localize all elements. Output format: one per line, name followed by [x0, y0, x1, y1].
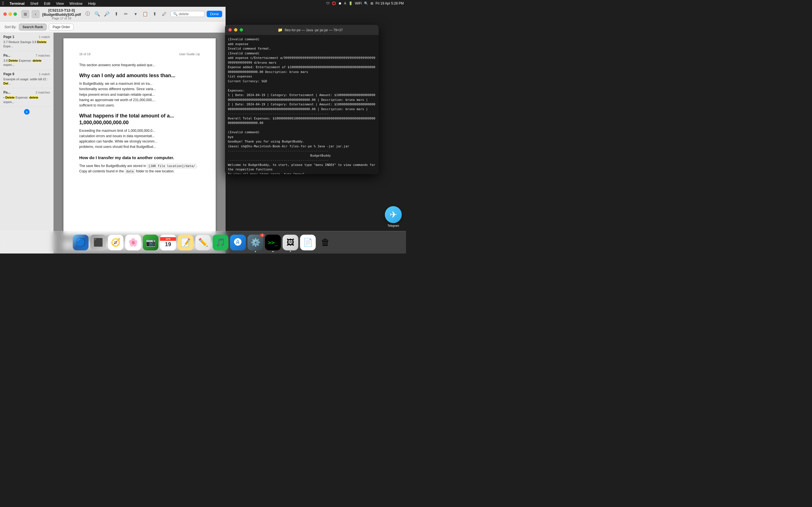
terminal-maximize-btn[interactable] [240, 28, 243, 32]
preview-dot [290, 251, 291, 252]
sysprefs-icon: ⚙️ [251, 238, 260, 247]
dock-item-launchpad[interactable]: ⬛ [90, 235, 106, 250]
dock-item-textedit[interactable]: 📄 [300, 235, 316, 250]
sidebar-result-3[interactable]: Page 9 1 match Example of usage: settle … [0, 70, 53, 89]
dock-item-trash[interactable]: 🗑 [317, 235, 333, 250]
trash-icon: 🗑 [321, 237, 330, 247]
menubar-window[interactable]: Window [67, 0, 85, 7]
telegram-app[interactable]: ✈ Telegram [384, 206, 403, 229]
term-line-10: Expenses: [228, 89, 376, 93]
term-line-3: Invalid command format. [228, 47, 376, 51]
menubar-wifi-icon: WiFi [355, 1, 362, 5]
dock-item-terminal[interactable]: >>_ [265, 235, 281, 250]
menubar:  Terminal Shell Edit View Window Help 🛡… [0, 0, 406, 7]
menubar-lastpass-icon: ⭕ [332, 1, 336, 5]
pdf-maximize-btn[interactable] [13, 12, 17, 16]
menubar-help[interactable]: Help [86, 0, 98, 7]
pdf-title-area: [CS2113-T12-3][BudgetBuddy]UG.pdf Page 1… [42, 8, 82, 20]
term-line-21: BudgetBuddy [228, 154, 376, 158]
pdf-para-1: In BudgetBuddy, we set a maximum limit o… [79, 81, 200, 108]
pdf-bookmark-btn[interactable]: ⬆ [151, 10, 159, 18]
pdf-close-btn[interactable] [3, 12, 7, 16]
pdf-page-content: 16 of 19 User Guide | tp This section an… [63, 38, 216, 235]
dock-item-spotify[interactable]: 🎵 [213, 235, 229, 250]
terminal-title: 📁 files-for-pe — Java -jar jar.jar — 79×… [245, 27, 375, 32]
term-line-2: add expense [228, 42, 376, 47]
pdf-pen-btn[interactable]: 🖊 [160, 10, 168, 18]
pdf-heading-3: How do I transfer my data to another com… [79, 154, 200, 161]
pdf-toolbar-icons: ⓘ 🔍 🔎 ⬆ ✏ ▾ 📋 ⬆ 🖊 [84, 10, 168, 18]
dock-item-appstore[interactable]: 🅐 [230, 235, 246, 250]
pdf-share-btn[interactable]: ⬆ [112, 10, 120, 18]
pdf-search-bar[interactable]: 🔍 delete [170, 11, 204, 17]
pdf-page-number: 16 of 19 [79, 52, 91, 57]
menubar-right: 🛡 ⭕ ⏺ A 🔋 WiFi 🔍 ⊞ Fri 19 Apr 5:28 PM [326, 1, 404, 5]
term-line-9 [228, 83, 376, 89]
sidebar-result-2[interactable]: Pa... 7 matches 3.8 Delete Expense: dele… [0, 51, 53, 70]
menubar-controlcenter-icon[interactable]: ⊞ [370, 1, 373, 5]
apple-menu[interactable]:  [2, 1, 4, 6]
menubar-search-icon[interactable]: 🔍 [364, 1, 368, 5]
pdf-main[interactable]: 16 of 19 User Guide | tp This section an… [54, 33, 225, 253]
pdf-zoom-in-btn[interactable]: 🔎 [103, 10, 111, 18]
dock-item-photos[interactable]: 🌸 [125, 235, 141, 250]
launchpad-icon: ⬛ [93, 238, 103, 247]
menubar-view[interactable]: View [54, 0, 66, 7]
term-line-23: Welcome to BudgetBuddy, to start, please… [228, 163, 376, 172]
pdf-markup-btn[interactable]: ✏ [122, 10, 130, 18]
calendar-month: APR [160, 237, 176, 241]
sort-page-order-btn[interactable]: Page Order [49, 24, 73, 31]
freeform-icon: ✏️ [198, 238, 208, 247]
pdf-info-btn[interactable]: ⓘ [84, 10, 92, 18]
pdf-note-btn[interactable]: 📋 [141, 10, 149, 18]
preview-icon: 🖼 [287, 238, 294, 247]
dock-item-preview[interactable]: 🖼 [283, 235, 298, 250]
calendar-date: 19 [165, 241, 171, 247]
pdf-nav-prev[interactable]: ‹ [32, 10, 40, 18]
dock-item-safari[interactable]: 🧭 [108, 235, 123, 250]
pdf-search-value[interactable]: delete [179, 12, 189, 16]
term-line-16: (Invalid command) [228, 130, 376, 135]
terminal-titlebar: 📁 files-for-pe — Java -jar jar.jar — 79×… [225, 25, 378, 35]
pdf-zoom-out-btn[interactable]: 🔍 [93, 10, 101, 18]
pdf-markup-options-btn[interactable]: ▾ [132, 10, 140, 18]
dock-item-facetime[interactable]: 📷 [143, 235, 158, 250]
dock-item-calendar[interactable]: APR 19 [160, 235, 176, 250]
term-line-1: (Invalid command) [228, 37, 376, 42]
textedit-icon: 📄 [303, 238, 313, 247]
pdf-title-main: [CS2113-T12-3][BudgetBuddy]UG.pdf [42, 8, 82, 17]
pdf-code-2: data [124, 169, 135, 174]
dock-item-sysprefs[interactable]: ⚙️ 1 [248, 235, 263, 250]
sort-search-rank-btn[interactable]: Search Rank [19, 24, 47, 31]
pdf-window: ⊞ ‹ [CS2113-T12-3][BudgetBuddy]UG.pdf Pa… [0, 7, 225, 253]
dock-item-notes[interactable]: 📝 [177, 235, 193, 250]
finder-icon: 🔵 [76, 238, 86, 247]
pdf-done-btn[interactable]: Done [207, 11, 222, 17]
pdf-search-icon: 🔍 [173, 12, 177, 16]
pdf-sidebar-toggle[interactable]: ⊞ [21, 10, 29, 18]
term-line-18: Goodbye! Thank you for using BudgetBuddy… [228, 139, 376, 144]
menubar-shell[interactable]: Shell [28, 0, 41, 7]
menubar-edit[interactable]: Edit [42, 0, 52, 7]
sysprefs-dot [255, 251, 256, 252]
terminal-body[interactable]: (Invalid command) add expense Invalid co… [225, 35, 378, 174]
sidebar-result-1[interactable]: Page 1 1 match 3.7 Reduce Savings 3.8 De… [0, 33, 53, 51]
sidebar-result-2-text: 3.8 Delete Expense: delete expen... [3, 59, 50, 67]
term-line-6: Expense added: Entertainment of $1000000… [228, 65, 376, 74]
term-line-14: Overall Total Expenses: $100000000010000… [228, 116, 376, 126]
pdf-minimize-btn[interactable] [8, 12, 12, 16]
sidebar-add-btn[interactable]: + [24, 109, 30, 115]
dock: 🔵 ⬛ 🧭 🌸 📷 APR 19 📝 ✏️ 🎵 🅐 ⚙️ 1 >>_ [0, 231, 406, 253]
pdf-toolbar: ⊞ ‹ [CS2113-T12-3][BudgetBuddy]UG.pdf Pa… [0, 7, 225, 21]
sort-bar: Sort By: Search Rank Page Order [0, 21, 225, 33]
dock-item-freeform[interactable]: ✏️ [195, 235, 211, 250]
telegram-icon-circle: ✈ [385, 206, 402, 223]
sidebar-result-4[interactable]: Pa... 2 matches • Delete Expense: delete… [0, 88, 53, 107]
dock-item-finder[interactable]: 🔵 [73, 235, 89, 250]
term-line-4: (Invalid command) [228, 51, 376, 56]
sysprefs-badge: 1 [260, 233, 264, 237]
terminal-close-btn[interactable] [229, 28, 232, 32]
menubar-terminal[interactable]: Terminal [7, 0, 27, 7]
terminal-minimize-btn[interactable] [234, 28, 238, 32]
term-line-11: 1 | Date: 2024-04-19 | Category: Enterta… [228, 93, 376, 102]
